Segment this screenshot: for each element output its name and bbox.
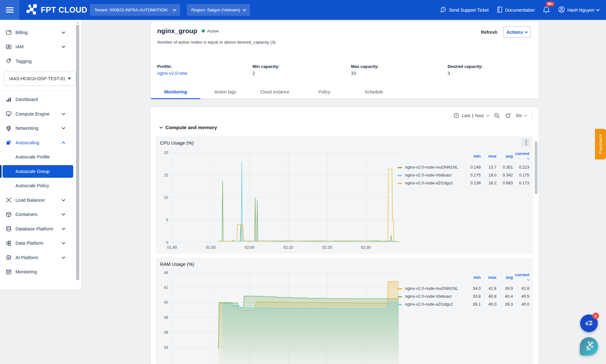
refresh-dashboard-button[interactable] [505, 113, 511, 119]
scrollbar-thumb[interactable] [535, 141, 538, 194]
legend-sort-current[interactable]: current [513, 150, 529, 163]
legend-avg-value: 0.342 [496, 171, 513, 179]
fpt-cloud-logo[interactable]: FPT CLOUD [25, 0, 87, 20]
sidebar-item-dashboard[interactable]: Dashboard [0, 92, 81, 107]
ram-legend: minmaxavgcurrentnginx-v2.0-node-muONN1NL… [397, 272, 529, 308]
legend-max-value: 13.7 [481, 163, 496, 171]
svg-text:?: ? [443, 8, 444, 11]
monitoring-icon [5, 269, 12, 275]
sidebar-item-ai-platform[interactable]: AI AI Platform [0, 250, 81, 265]
sidebar-item-networking[interactable]: Networking [0, 121, 81, 136]
sidebar-item-database-platform[interactable]: Database Platform [0, 222, 81, 236]
interval-dropdown[interactable]: 5m [516, 113, 527, 118]
legend-current-value: 0.173 [513, 179, 529, 187]
sidebar-item-load-balancer[interactable]: Load Balancer [0, 193, 81, 207]
zoom-out-button[interactable] [494, 113, 500, 119]
legend-sort-current[interactable]: current [513, 272, 529, 284]
tab-policy[interactable]: Policy [300, 85, 349, 98]
legend-sort-min[interactable]: min [464, 272, 481, 284]
send-support-ticket-button[interactable]: ? Send Support Ticket [440, 6, 489, 14]
legend-series-name[interactable]: nginx-v2.0-node-muONN1NL [397, 163, 464, 171]
legend-min-value: 0.175 [464, 171, 481, 179]
refresh-button[interactable]: Refresh [481, 30, 497, 35]
zoom-out-icon [494, 113, 500, 119]
ram-chart[interactable]: 444240383634 [156, 269, 405, 364]
scroll-up-arrow[interactable]: ▲ [76, 21, 80, 24]
top-bar: FPT CLOUD Tenant: 000823-INFRA-AUTOMATIO… [0, 0, 606, 20]
sidebar-item-tagging[interactable]: Tagging [0, 54, 81, 69]
series-color-swatch [397, 183, 402, 184]
legend-sort-max[interactable]: max [481, 272, 496, 284]
legend-series-name[interactable]: nginx-v2.0-node-aZI1dgs2 [397, 300, 464, 308]
hamburger-menu-icon[interactable] [0, 0, 19, 20]
user-menu[interactable]: Hanh Nguyen [558, 6, 599, 14]
svg-text:42: 42 [164, 285, 168, 290]
svg-text:02:00: 02:00 [245, 245, 254, 250]
legend-series-name[interactable]: nginx-v2.0-node-aZI1dgs2 [397, 179, 464, 187]
sidebar-scrollbar[interactable]: ▲ [76, 21, 80, 288]
kebab-icon [526, 140, 527, 145]
feedback-button[interactable]: Feedback [595, 129, 606, 159]
fpt-ai-assistant-button[interactable]: AI [580, 337, 598, 355]
legend-sort-avg[interactable]: avg [496, 272, 513, 284]
sidebar-item-autoscale-profile[interactable]: Autoscale Profile [0, 150, 81, 164]
sidebar-item-monitoring[interactable]: Monitoring [0, 265, 81, 279]
legend-row: nginx-v2.0-node-aZI1dgs239.140.039.340.0 [397, 300, 529, 308]
svg-text:02:30: 02:30 [361, 245, 371, 250]
monitoring-panel: Last 1 hour 5m Compute and memory CPU Us… [151, 107, 538, 364]
region-dropdown[interactable]: Region: Saigon (Vietnam) [187, 4, 250, 16]
documentation-icon [497, 6, 503, 14]
autoscaling-icon [5, 140, 12, 146]
sidebar-item-iam[interactable]: IAM [0, 40, 81, 54]
legend-series-name[interactable]: nginx-v2.0-node-muONN1NL [397, 284, 464, 292]
sidebar-item-containers[interactable]: Containers [0, 207, 81, 222]
legend-min-value: 34.0 [464, 284, 481, 292]
svg-text:02:10: 02:10 [283, 245, 293, 250]
tab-cloud-instance[interactable]: Cloud instance [250, 85, 300, 98]
sidebar-item-autoscale-policy[interactable]: Autoscale Policy [0, 179, 81, 193]
legend-current-value: 0.223 [513, 163, 529, 171]
actions-button[interactable]: Actions [503, 27, 531, 38]
announcement-count-badge: 1 [592, 313, 599, 319]
chevron-down-icon [596, 8, 599, 11]
section-compute-and-memory[interactable]: Compute and memory [159, 125, 217, 130]
legend-series-name[interactable]: nginx-v2.0-node-Vbdiuacr [397, 171, 464, 179]
svg-text:5: 5 [166, 218, 168, 222]
panel-menu-button[interactable] [522, 138, 531, 147]
sort-caret-icon [527, 278, 530, 281]
legend-current-value: 40.5 [513, 292, 529, 300]
legend-sort-max[interactable]: max [481, 150, 496, 163]
cpu-chart[interactable]: 0510152001:4001:5002:0002:1002:2002:30 [156, 149, 405, 254]
status-description: Number of active nodes is equal or above… [157, 40, 276, 45]
notifications-button[interactable]: 99+ [543, 6, 550, 15]
tenant-dropdown[interactable]: Tenant: 000823-INFRA-AUTOMATION [90, 4, 180, 16]
tab-schedule[interactable]: Schedule [349, 85, 399, 98]
status-dot [202, 29, 205, 33]
monitoring-scrollbar[interactable] [535, 139, 538, 364]
tab-monitoring[interactable]: Monitoring [151, 85, 200, 98]
notification-count-badge: 99+ [546, 2, 555, 7]
sort-caret-icon [527, 157, 530, 159]
legend-series-name[interactable]: nginx-v2.0-node-Vbdiuacr [397, 292, 464, 300]
legend-sort-min[interactable]: min [464, 150, 481, 163]
profile-link[interactable]: nginx-v2.0-new [157, 71, 187, 76]
legend-max-value: 16.2 [481, 179, 496, 187]
group-header-card: nginx_group Active Number of active node… [151, 22, 538, 99]
legend-sort-avg[interactable]: avg [496, 150, 513, 163]
svg-text:01:50: 01:50 [206, 245, 216, 250]
tab-action-logs[interactable]: Action logs [200, 85, 250, 98]
legend-row: nginx-v2.0-node-muONN1NL34.042.839.942.8 [397, 284, 529, 292]
sidebar-item-billing[interactable]: Billing [0, 25, 81, 40]
announcements-button[interactable]: 1 [580, 314, 598, 332]
chevron-down-icon [486, 114, 489, 117]
sidebar-item-data-platform[interactable]: Data Platform [0, 236, 81, 251]
sidebar-item-compute-engine[interactable]: Compute Engine [0, 107, 81, 121]
sidebar-item-autoscale-group[interactable]: Autoscale Group [0, 164, 81, 179]
time-range-dropdown[interactable]: Last 1 hour [454, 113, 489, 118]
sidebar-item-autoscaling[interactable]: Autoscaling [0, 135, 81, 150]
legend-max-value: 40.8 [481, 292, 496, 300]
documentation-button[interactable]: Documentation [497, 6, 535, 14]
scrollbar-thumb[interactable] [76, 25, 79, 280]
fpt-molecule-icon [25, 3, 38, 17]
vpc-select[interactable]: IAAS-HCM10-OSP-TEST-01 [4, 72, 76, 86]
